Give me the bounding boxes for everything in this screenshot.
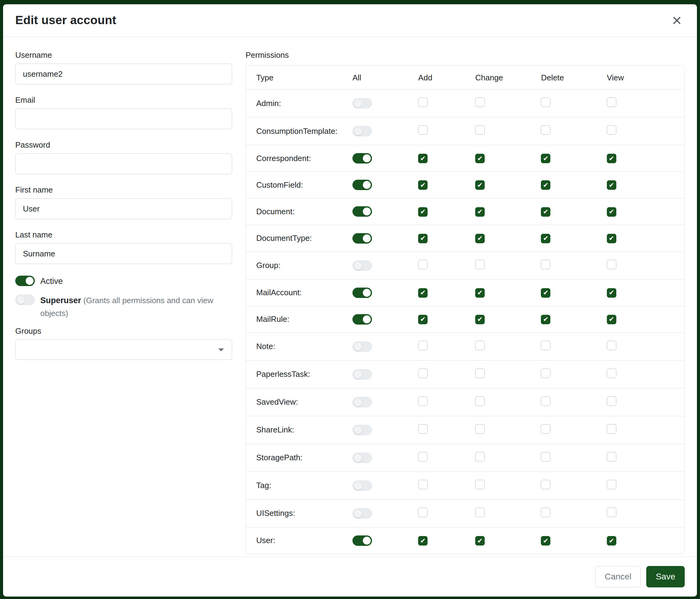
permission-all-toggle[interactable] — [352, 425, 372, 435]
permission-delete-checkbox[interactable] — [541, 508, 550, 517]
permission-view-checkbox[interactable] — [607, 260, 616, 269]
permission-change-checkbox[interactable] — [475, 424, 485, 434]
permission-delete-checkbox[interactable] — [541, 125, 550, 135]
permission-delete-checkbox[interactable] — [541, 341, 550, 350]
permission-delete-checkbox[interactable]: ✔ — [541, 207, 550, 217]
permission-all-toggle[interactable] — [352, 288, 372, 298]
permission-view-checkbox[interactable]: ✔ — [607, 154, 616, 163]
last-name-label: Last name — [15, 230, 232, 240]
permission-delete-checkbox[interactable]: ✔ — [541, 180, 550, 190]
permission-view-checkbox[interactable] — [607, 125, 616, 135]
permission-all-toggle[interactable] — [352, 233, 372, 244]
permission-view-checkbox[interactable] — [607, 341, 616, 350]
permission-delete-checkbox[interactable] — [541, 368, 550, 378]
permission-view-checkbox[interactable] — [607, 97, 616, 107]
permission-view-checkbox[interactable]: ✔ — [607, 180, 616, 190]
permission-all-toggle[interactable] — [352, 508, 372, 519]
groups-field: Groups — [15, 327, 232, 360]
permission-view-checkbox[interactable]: ✔ — [607, 234, 616, 243]
superuser-toggle[interactable] — [15, 295, 35, 305]
permission-add-checkbox[interactable]: ✔ — [418, 207, 428, 217]
permission-type-label: UISettings: — [246, 499, 352, 527]
permission-delete-checkbox[interactable] — [541, 397, 550, 406]
permission-add-checkbox[interactable] — [418, 397, 428, 406]
permission-all-toggle[interactable] — [352, 314, 372, 325]
permission-all-toggle[interactable] — [352, 397, 372, 407]
permission-add-checkbox[interactable]: ✔ — [418, 315, 428, 324]
permission-change-checkbox[interactable]: ✔ — [475, 180, 485, 190]
permission-view-checkbox[interactable]: ✔ — [607, 288, 616, 298]
permission-add-checkbox[interactable] — [418, 368, 428, 378]
permission-delete-checkbox[interactable] — [541, 452, 550, 461]
permission-change-checkbox[interactable] — [475, 452, 485, 461]
permission-change-checkbox[interactable] — [475, 260, 485, 269]
permission-all-toggle[interactable] — [352, 341, 372, 352]
permission-delete-checkbox[interactable]: ✔ — [541, 536, 550, 546]
close-icon[interactable]: × — [670, 14, 683, 26]
permission-change-checkbox[interactable] — [475, 368, 485, 378]
permission-all-toggle[interactable] — [352, 153, 372, 164]
permission-view-checkbox[interactable] — [607, 424, 616, 434]
permission-delete-checkbox[interactable]: ✔ — [541, 234, 550, 243]
cancel-button[interactable]: Cancel — [595, 566, 641, 588]
permission-delete-checkbox[interactable] — [541, 260, 550, 269]
permission-view-checkbox[interactable]: ✔ — [607, 207, 616, 217]
permission-delete-checkbox[interactable]: ✔ — [541, 154, 550, 163]
permission-add-checkbox[interactable]: ✔ — [418, 180, 428, 190]
permission-delete-checkbox[interactable] — [541, 480, 550, 489]
permission-all-toggle[interactable] — [352, 453, 372, 463]
permission-add-checkbox[interactable]: ✔ — [418, 234, 428, 243]
permission-add-checkbox[interactable] — [418, 452, 428, 461]
permission-change-checkbox[interactable] — [475, 480, 485, 489]
permission-add-checkbox[interactable] — [418, 125, 428, 135]
last-name-input[interactable] — [15, 243, 232, 264]
permission-all-toggle[interactable] — [352, 180, 372, 190]
username-input[interactable] — [15, 64, 232, 85]
email-input[interactable] — [15, 109, 232, 129]
permission-change-checkbox[interactable] — [475, 125, 485, 135]
permission-add-checkbox[interactable]: ✔ — [418, 154, 428, 163]
permission-change-checkbox[interactable]: ✔ — [475, 207, 485, 217]
permission-view-checkbox[interactable] — [607, 397, 616, 406]
permission-all-toggle[interactable] — [352, 206, 372, 217]
permission-add-checkbox[interactable]: ✔ — [418, 288, 428, 298]
permission-delete-checkbox[interactable]: ✔ — [541, 315, 550, 324]
permission-change-checkbox[interactable] — [475, 508, 485, 517]
permission-view-checkbox[interactable]: ✔ — [607, 536, 616, 546]
permission-all-toggle[interactable] — [352, 260, 372, 271]
permission-add-checkbox[interactable] — [418, 260, 428, 269]
permission-change-checkbox[interactable] — [475, 397, 485, 406]
permission-change-checkbox[interactable]: ✔ — [475, 315, 485, 324]
permission-all-toggle[interactable] — [352, 126, 372, 136]
permission-add-checkbox[interactable] — [418, 480, 428, 489]
permission-change-checkbox[interactable] — [475, 97, 485, 107]
password-input[interactable] — [15, 153, 232, 174]
toggle-knob — [17, 296, 25, 304]
permission-all-toggle[interactable] — [352, 535, 372, 546]
permission-add-checkbox[interactable]: ✔ — [418, 536, 428, 546]
permission-view-checkbox[interactable]: ✔ — [607, 315, 616, 324]
permission-view-checkbox[interactable] — [607, 480, 616, 489]
permission-all-toggle[interactable] — [352, 369, 372, 380]
permission-change-checkbox[interactable]: ✔ — [475, 234, 485, 243]
permission-delete-checkbox[interactable] — [541, 424, 550, 434]
permission-delete-checkbox[interactable] — [541, 97, 550, 107]
permission-add-checkbox[interactable] — [418, 97, 428, 107]
permission-view-checkbox[interactable] — [607, 508, 616, 517]
permission-change-checkbox[interactable] — [475, 341, 485, 350]
first-name-input[interactable] — [15, 198, 232, 219]
active-toggle[interactable] — [15, 275, 35, 286]
permission-all-toggle[interactable] — [352, 98, 372, 109]
permission-delete-checkbox[interactable]: ✔ — [541, 288, 550, 298]
permission-change-checkbox[interactable]: ✔ — [475, 154, 485, 163]
permission-add-checkbox[interactable] — [418, 508, 428, 517]
permission-all-toggle[interactable] — [352, 480, 372, 491]
permission-add-checkbox[interactable] — [418, 341, 428, 350]
save-button[interactable]: Save — [646, 566, 685, 588]
permission-add-checkbox[interactable] — [418, 424, 428, 434]
permission-change-checkbox[interactable]: ✔ — [475, 536, 485, 546]
permission-view-checkbox[interactable] — [607, 452, 616, 461]
groups-select[interactable] — [15, 339, 232, 360]
permission-view-checkbox[interactable] — [607, 368, 616, 378]
permission-change-checkbox[interactable]: ✔ — [475, 288, 485, 298]
